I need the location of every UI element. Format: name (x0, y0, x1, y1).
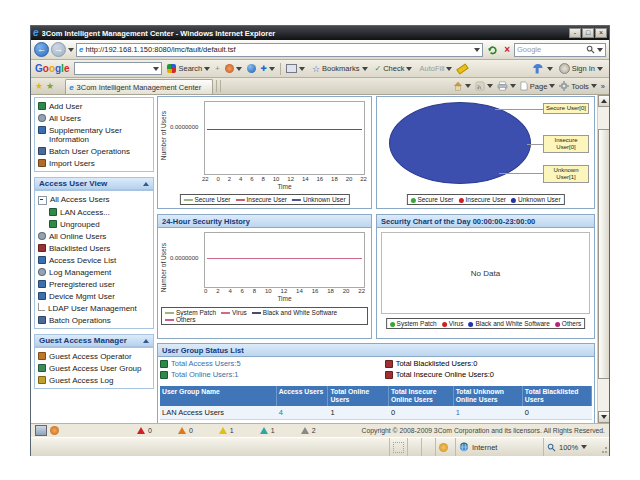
google-input-dropdown-icon[interactable] (153, 67, 159, 71)
check-label: Check (383, 64, 404, 73)
close-button[interactable]: × (595, 28, 607, 38)
share-button[interactable] (223, 63, 244, 74)
sidebar-item-guest-access-operator[interactable]: Guest Access Operator (38, 350, 150, 362)
blacklist-icon (385, 360, 393, 368)
alarm-minor[interactable]: 1 (219, 427, 234, 434)
minimize-button[interactable]: - (569, 28, 581, 38)
resize-grip[interactable] (599, 438, 609, 456)
sidebar-item-lan-access[interactable]: LAN Access... (49, 206, 150, 218)
crosshair-icon[interactable]: + (215, 64, 219, 73)
tree-collapse-icon[interactable] (38, 196, 47, 205)
guest-operator-icon (38, 352, 46, 360)
forward-button[interactable]: → (51, 42, 66, 57)
popup-blocker-button[interactable] (284, 63, 307, 74)
toolbar-separator (280, 63, 281, 75)
alarm-warning[interactable]: 1 (260, 427, 275, 434)
add-favorite-icon[interactable]: ★ (46, 82, 54, 91)
sidebar-item-preregistered-user[interactable]: Preregistered user (38, 278, 150, 290)
back-button[interactable]: ← (34, 42, 49, 57)
sign-in-button[interactable]: Sign In (557, 62, 605, 75)
autofill-label: AutoFill (419, 64, 444, 73)
google-search-button[interactable]: Search (165, 63, 212, 74)
sidebar-item-batch-user-operations[interactable]: Batch User Operations (38, 145, 150, 157)
total-online-users[interactable]: Total Online Users:1 (160, 370, 385, 379)
alarm-panel-icon[interactable] (35, 425, 47, 436)
home-icon (453, 81, 463, 91)
sidebar-item-all-access-users[interactable]: All Access Users (38, 193, 150, 206)
chart-legend: Secure User Insecure User Unknown User (179, 194, 349, 205)
no-data-area: No Data (381, 232, 590, 314)
panel-user-pie-chart: Secure User[0] Insecure User[0] Unknown … (376, 96, 595, 209)
add-gadget-button[interactable]: ✚ (259, 63, 277, 74)
scrollbar-thumb[interactable] (598, 129, 609, 379)
favorites-icon[interactable]: ★ (35, 82, 43, 91)
sidebar-item-access-device-list[interactable]: Access Device List (38, 254, 150, 266)
sidebar-item-guest-access-log[interactable]: Guest Access Log (38, 374, 150, 386)
maximize-button[interactable]: □ (582, 28, 594, 38)
alarm-info[interactable]: 2 (301, 427, 316, 434)
sidebar-item-ungrouped[interactable]: Ungrouped (49, 218, 150, 230)
autofill-button[interactable]: AutoFill (417, 63, 454, 74)
zoom-control[interactable]: 100% (543, 438, 599, 456)
window-title: 3Com Intelligent Management Center - Win… (42, 29, 568, 38)
user-group-table: User Group Name Access Users Total Onlin… (160, 386, 592, 423)
collapse-icon[interactable] (143, 182, 149, 186)
sidebar-item-ldap-user-management[interactable]: LDAP User Management (38, 302, 150, 314)
pie-chart (389, 102, 531, 184)
vertical-scrollbar[interactable] (597, 95, 609, 423)
google-search-dropdown-icon[interactable] (204, 67, 210, 71)
feeds-button[interactable] (475, 81, 493, 91)
url-field[interactable]: e http://192.168.1.150:8080/imc/fault/de… (76, 43, 483, 57)
sidebar-item-log-management[interactable]: Log Management (38, 266, 150, 278)
search-dropdown-icon[interactable] (597, 48, 603, 52)
sidebar-item-blacklisted-users[interactable]: Blacklisted Users (38, 242, 150, 254)
spellcheck-button[interactable]: ✓ Check (373, 63, 415, 74)
sidebar-item-import-users[interactable]: Import Users (38, 157, 150, 169)
scroll-down-button[interactable] (598, 411, 609, 423)
browser-window: e 3Com Intelligent Management Center - W… (30, 25, 610, 456)
print-button[interactable] (497, 81, 516, 91)
scroll-up-button[interactable] (598, 95, 609, 107)
earth-icon[interactable] (247, 64, 256, 73)
google-search-label: Search (178, 64, 202, 73)
sidebar-item-guest-access-user-group[interactable]: Guest Access User Group (38, 362, 150, 374)
tab-3com-imc[interactable]: e 3Com Intelligent Management Center (65, 79, 213, 94)
refresh-button[interactable] (485, 42, 500, 57)
tab-title: 3Com Intelligent Management Center (77, 83, 202, 92)
search-box[interactable]: Google (514, 43, 606, 57)
collapse-icon[interactable] (143, 339, 149, 343)
google-g-icon (167, 64, 176, 73)
toolbar-options-icon[interactable] (533, 64, 543, 74)
google-search-input[interactable] (74, 62, 162, 75)
alarm-major[interactable]: 0 (178, 427, 193, 434)
series-line (207, 258, 362, 259)
share-icon (225, 64, 234, 73)
alarm-hand-icon[interactable] (50, 426, 59, 435)
page-menu-button[interactable]: Page (520, 81, 556, 91)
toolbar-overflow-chevron[interactable]: » (601, 82, 605, 91)
url-dropdown-icon[interactable] (474, 48, 480, 52)
section-header-access-user-view[interactable]: Access User View (34, 177, 154, 190)
nav-history-dropdown-icon[interactable] (68, 48, 74, 52)
tools-menu-button[interactable]: Tools (559, 81, 597, 91)
total-access-users[interactable]: Total Access Users:5 (160, 359, 385, 368)
highlighter-icon[interactable] (457, 63, 469, 74)
no-data-message: No Data (471, 269, 500, 278)
sidebar-item-add-user[interactable]: Add User (38, 100, 150, 112)
table-row[interactable]: LAN Access Users 4 1 0 1 0 (160, 406, 592, 420)
plot-area (204, 101, 365, 175)
home-button[interactable] (453, 81, 471, 91)
sidebar-item-all-online-users[interactable]: All Online Users (38, 230, 150, 242)
panel-title: 24-Hour Security History (158, 215, 371, 228)
zoom-dropdown-icon[interactable] (581, 445, 587, 449)
section-header-guest-access-manager[interactable]: Guest Access Manager (34, 334, 154, 347)
bookmarks-button[interactable]: ☆ Bookmarks (310, 63, 370, 75)
y-axis-tick: 0.0000000 (170, 124, 198, 130)
blacklisted-users-icon (38, 244, 46, 252)
alarm-critical[interactable]: 0 (137, 427, 152, 434)
stop-button[interactable]: × (502, 42, 512, 57)
sidebar-item-supplementary-user-information[interactable]: Supplementary User Information (38, 124, 150, 145)
sidebar-item-all-users[interactable]: All Users (38, 112, 150, 124)
sidebar-item-device-mgmt-user[interactable]: Device Mgmt User (38, 290, 150, 302)
sidebar-item-batch-operations[interactable]: Batch Operations (38, 314, 150, 326)
